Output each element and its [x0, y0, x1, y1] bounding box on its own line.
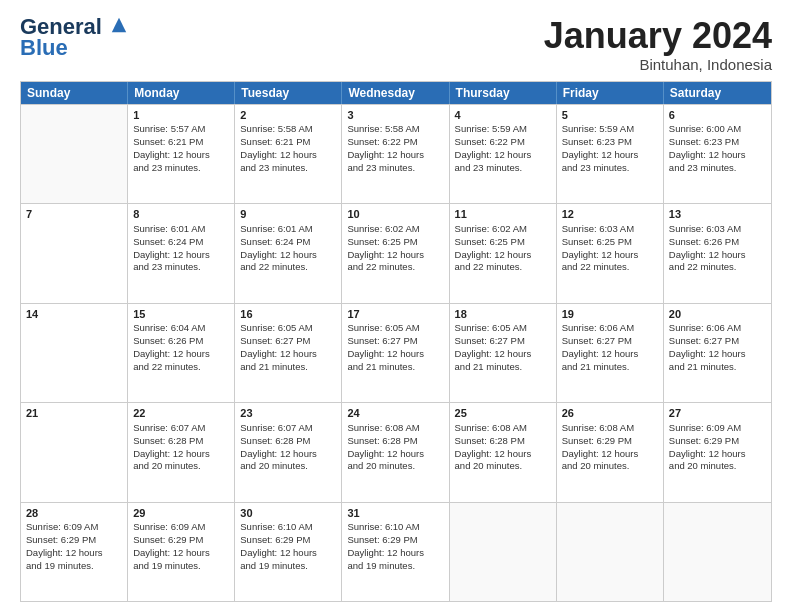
day-number: 28 — [26, 506, 122, 521]
day-number: 4 — [455, 108, 551, 123]
calendar-cell-r0c1: 1Sunrise: 5:57 AM Sunset: 6:21 PM Daylig… — [128, 105, 235, 203]
calendar-cell-r2c2: 16Sunrise: 6:05 AM Sunset: 6:27 PM Dayli… — [235, 304, 342, 402]
weekday-header-friday: Friday — [557, 82, 664, 104]
day-number: 7 — [26, 207, 122, 222]
header: General Blue January 2024 Bintuhan, Indo… — [20, 16, 772, 73]
cell-info: Sunrise: 6:07 AM Sunset: 6:28 PM Dayligh… — [133, 422, 229, 473]
weekday-header-tuesday: Tuesday — [235, 82, 342, 104]
calendar-row-4: 28Sunrise: 6:09 AM Sunset: 6:29 PM Dayli… — [21, 502, 771, 601]
calendar-title: January 2024 — [544, 16, 772, 56]
day-number: 21 — [26, 406, 122, 421]
calendar-cell-r4c4 — [450, 503, 557, 601]
cell-info: Sunrise: 6:03 AM Sunset: 6:26 PM Dayligh… — [669, 223, 766, 274]
day-number: 15 — [133, 307, 229, 322]
calendar-cell-r4c0: 28Sunrise: 6:09 AM Sunset: 6:29 PM Dayli… — [21, 503, 128, 601]
day-number: 23 — [240, 406, 336, 421]
cell-info: Sunrise: 6:06 AM Sunset: 6:27 PM Dayligh… — [562, 322, 658, 373]
calendar-row-3: 2122Sunrise: 6:07 AM Sunset: 6:28 PM Day… — [21, 402, 771, 501]
cell-info: Sunrise: 6:08 AM Sunset: 6:29 PM Dayligh… — [562, 422, 658, 473]
day-number: 25 — [455, 406, 551, 421]
calendar-cell-r2c3: 17Sunrise: 6:05 AM Sunset: 6:27 PM Dayli… — [342, 304, 449, 402]
calendar-cell-r4c2: 30Sunrise: 6:10 AM Sunset: 6:29 PM Dayli… — [235, 503, 342, 601]
title-block: January 2024 Bintuhan, Indonesia — [544, 16, 772, 73]
calendar-row-0: 1Sunrise: 5:57 AM Sunset: 6:21 PM Daylig… — [21, 104, 771, 203]
cell-info: Sunrise: 6:10 AM Sunset: 6:29 PM Dayligh… — [347, 521, 443, 572]
day-number: 6 — [669, 108, 766, 123]
cell-info: Sunrise: 6:01 AM Sunset: 6:24 PM Dayligh… — [240, 223, 336, 274]
day-number: 20 — [669, 307, 766, 322]
day-number: 24 — [347, 406, 443, 421]
calendar: SundayMondayTuesdayWednesdayThursdayFrid… — [20, 81, 772, 602]
day-number: 29 — [133, 506, 229, 521]
calendar-cell-r1c3: 10Sunrise: 6:02 AM Sunset: 6:25 PM Dayli… — [342, 204, 449, 302]
day-number: 18 — [455, 307, 551, 322]
day-number: 13 — [669, 207, 766, 222]
calendar-header-row: SundayMondayTuesdayWednesdayThursdayFrid… — [21, 82, 771, 104]
weekday-header-thursday: Thursday — [450, 82, 557, 104]
calendar-cell-r3c6: 27Sunrise: 6:09 AM Sunset: 6:29 PM Dayli… — [664, 403, 771, 501]
cell-info: Sunrise: 6:05 AM Sunset: 6:27 PM Dayligh… — [455, 322, 551, 373]
calendar-cell-r2c4: 18Sunrise: 6:05 AM Sunset: 6:27 PM Dayli… — [450, 304, 557, 402]
calendar-cell-r2c5: 19Sunrise: 6:06 AM Sunset: 6:27 PM Dayli… — [557, 304, 664, 402]
calendar-cell-r3c0: 21 — [21, 403, 128, 501]
cell-info: Sunrise: 5:59 AM Sunset: 6:22 PM Dayligh… — [455, 123, 551, 174]
weekday-header-saturday: Saturday — [664, 82, 771, 104]
logo-blue: Blue — [20, 38, 128, 58]
cell-info: Sunrise: 6:03 AM Sunset: 6:25 PM Dayligh… — [562, 223, 658, 274]
cell-info: Sunrise: 6:08 AM Sunset: 6:28 PM Dayligh… — [347, 422, 443, 473]
day-number: 5 — [562, 108, 658, 123]
day-number: 1 — [133, 108, 229, 123]
calendar-body: 1Sunrise: 5:57 AM Sunset: 6:21 PM Daylig… — [21, 104, 771, 601]
day-number: 22 — [133, 406, 229, 421]
cell-info: Sunrise: 6:04 AM Sunset: 6:26 PM Dayligh… — [133, 322, 229, 373]
calendar-subtitle: Bintuhan, Indonesia — [544, 56, 772, 73]
calendar-cell-r1c2: 9Sunrise: 6:01 AM Sunset: 6:24 PM Daylig… — [235, 204, 342, 302]
cell-info: Sunrise: 6:08 AM Sunset: 6:28 PM Dayligh… — [455, 422, 551, 473]
day-number: 12 — [562, 207, 658, 222]
day-number: 2 — [240, 108, 336, 123]
cell-info: Sunrise: 6:09 AM Sunset: 6:29 PM Dayligh… — [669, 422, 766, 473]
cell-info: Sunrise: 6:05 AM Sunset: 6:27 PM Dayligh… — [347, 322, 443, 373]
calendar-row-1: 78Sunrise: 6:01 AM Sunset: 6:24 PM Dayli… — [21, 203, 771, 302]
cell-info: Sunrise: 5:59 AM Sunset: 6:23 PM Dayligh… — [562, 123, 658, 174]
page: General Blue January 2024 Bintuhan, Indo… — [0, 0, 792, 612]
calendar-cell-r0c6: 6Sunrise: 6:00 AM Sunset: 6:23 PM Daylig… — [664, 105, 771, 203]
calendar-cell-r3c4: 25Sunrise: 6:08 AM Sunset: 6:28 PM Dayli… — [450, 403, 557, 501]
day-number: 14 — [26, 307, 122, 322]
calendar-cell-r3c1: 22Sunrise: 6:07 AM Sunset: 6:28 PM Dayli… — [128, 403, 235, 501]
calendar-cell-r1c4: 11Sunrise: 6:02 AM Sunset: 6:25 PM Dayli… — [450, 204, 557, 302]
calendar-cell-r1c0: 7 — [21, 204, 128, 302]
calendar-cell-r2c0: 14 — [21, 304, 128, 402]
cell-info: Sunrise: 6:06 AM Sunset: 6:27 PM Dayligh… — [669, 322, 766, 373]
cell-info: Sunrise: 5:57 AM Sunset: 6:21 PM Dayligh… — [133, 123, 229, 174]
svg-marker-0 — [112, 18, 126, 32]
day-number: 17 — [347, 307, 443, 322]
calendar-cell-r4c3: 31Sunrise: 6:10 AM Sunset: 6:29 PM Dayli… — [342, 503, 449, 601]
day-number: 27 — [669, 406, 766, 421]
calendar-cell-r4c1: 29Sunrise: 6:09 AM Sunset: 6:29 PM Dayli… — [128, 503, 235, 601]
day-number: 30 — [240, 506, 336, 521]
day-number: 19 — [562, 307, 658, 322]
weekday-header-wednesday: Wednesday — [342, 82, 449, 104]
weekday-header-monday: Monday — [128, 82, 235, 104]
calendar-cell-r1c5: 12Sunrise: 6:03 AM Sunset: 6:25 PM Dayli… — [557, 204, 664, 302]
day-number: 11 — [455, 207, 551, 222]
cell-info: Sunrise: 6:00 AM Sunset: 6:23 PM Dayligh… — [669, 123, 766, 174]
calendar-cell-r0c3: 3Sunrise: 5:58 AM Sunset: 6:22 PM Daylig… — [342, 105, 449, 203]
cell-info: Sunrise: 6:09 AM Sunset: 6:29 PM Dayligh… — [133, 521, 229, 572]
cell-info: Sunrise: 6:02 AM Sunset: 6:25 PM Dayligh… — [455, 223, 551, 274]
cell-info: Sunrise: 6:05 AM Sunset: 6:27 PM Dayligh… — [240, 322, 336, 373]
cell-info: Sunrise: 6:09 AM Sunset: 6:29 PM Dayligh… — [26, 521, 122, 572]
calendar-cell-r3c5: 26Sunrise: 6:08 AM Sunset: 6:29 PM Dayli… — [557, 403, 664, 501]
calendar-cell-r0c4: 4Sunrise: 5:59 AM Sunset: 6:22 PM Daylig… — [450, 105, 557, 203]
calendar-row-2: 1415Sunrise: 6:04 AM Sunset: 6:26 PM Day… — [21, 303, 771, 402]
day-number: 3 — [347, 108, 443, 123]
cell-info: Sunrise: 6:01 AM Sunset: 6:24 PM Dayligh… — [133, 223, 229, 274]
calendar-cell-r0c2: 2Sunrise: 5:58 AM Sunset: 6:21 PM Daylig… — [235, 105, 342, 203]
calendar-cell-r4c5 — [557, 503, 664, 601]
cell-info: Sunrise: 6:10 AM Sunset: 6:29 PM Dayligh… — [240, 521, 336, 572]
logo: General Blue — [20, 16, 128, 58]
logo-icon — [110, 16, 128, 34]
day-number: 16 — [240, 307, 336, 322]
cell-info: Sunrise: 5:58 AM Sunset: 6:22 PM Dayligh… — [347, 123, 443, 174]
